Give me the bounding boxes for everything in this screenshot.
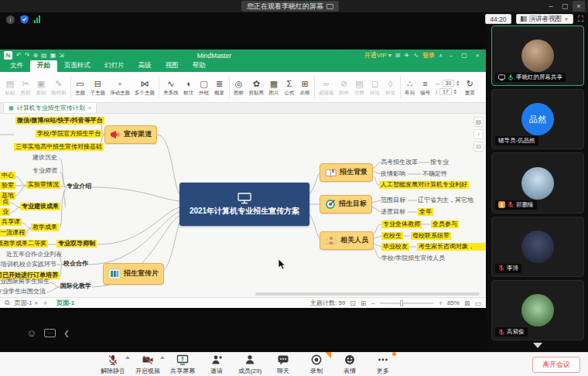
mindmap-node[interactable]: 母校联系纽带 bbox=[411, 232, 451, 240]
emoji-reaction-icon[interactable]: ☺ bbox=[26, 328, 36, 338]
app-minimize-button[interactable]: – bbox=[446, 52, 456, 59]
new-icon[interactable]: ⊕ bbox=[32, 52, 38, 59]
info-icon[interactable]: i bbox=[6, 15, 15, 24]
participant-tile[interactable]: 李晓红的屏幕共享 bbox=[491, 26, 584, 86]
ribbon-button-subtopic[interactable]: ⊟子主题 bbox=[88, 78, 108, 97]
mindmap-node-international[interactable]: 国际化教学 bbox=[60, 282, 91, 290]
mindmap-node[interactable]: 辽宁省为主，其它地 bbox=[418, 197, 486, 204]
leave-meeting-button[interactable]: 离开会议 bbox=[532, 357, 580, 373]
zoom-slider[interactable] bbox=[380, 303, 434, 304]
mindmap-node[interactable]: 高考招生改革 bbox=[381, 159, 418, 166]
ribbon-button-table[interactable]: ⊞表格 bbox=[297, 78, 313, 97]
mindmap-node[interactable]: 按专业 bbox=[430, 159, 449, 166]
collapse-left-icon[interactable]: ❮ bbox=[63, 330, 70, 337]
full-page-icon[interactable]: ▭ bbox=[474, 299, 481, 307]
mindmap-node[interactable]: 建设历史 bbox=[32, 154, 57, 162]
ribbon-button-reset[interactable]: ↻重置 bbox=[462, 78, 477, 97]
ribbon-button-floating-topic[interactable]: ▫浮动主题 bbox=[108, 78, 132, 97]
ribbon-button-note[interactable]: ▤注释 bbox=[352, 78, 368, 97]
members-button[interactable]: 成员(29) bbox=[238, 354, 262, 375]
minimize-button[interactable]: – bbox=[545, 1, 557, 12]
ribbon-button-layout[interactable]: ∴布局 bbox=[402, 78, 418, 97]
v-spacing-stepper[interactable]: ↕17▲▼ bbox=[436, 88, 460, 95]
mindmap-node[interactable]: 学校/学院招生宣传人员 bbox=[381, 255, 445, 262]
mindmap-central-topic[interactable]: 2021年计算机专业招生宣传方案 bbox=[179, 183, 309, 226]
fit-screen-icon[interactable]: ⊠ bbox=[464, 299, 470, 307]
maximize-button[interactable]: ▢ bbox=[559, 1, 571, 12]
menu-tab[interactable]: 页面样式 bbox=[57, 60, 97, 72]
mindmap-branch-background[interactable]: 招生背景 bbox=[320, 163, 373, 182]
collapse-ribbon-icon[interactable]: ∧ bbox=[439, 53, 443, 59]
mindmap-node[interactable]: 微信/微博/B站/快手/抖音等平台 bbox=[15, 117, 104, 125]
cloud-icon[interactable]: ⊞ bbox=[395, 52, 401, 59]
mindmap-node-cooperation[interactable]: 校企合作 bbox=[63, 260, 88, 268]
mindmap-node[interactable]: 与培训机校企实践环节 bbox=[0, 261, 56, 268]
chevron-up-icon[interactable] bbox=[160, 356, 165, 359]
mindmap-node[interactable]: 专业全体教师 bbox=[381, 220, 422, 228]
open-icon[interactable]: ▤ bbox=[41, 52, 47, 59]
fullscreen-icon[interactable]: ⛶ bbox=[578, 15, 583, 24]
mindmap-node[interactable]: 专业国际留学生招生 bbox=[0, 278, 50, 285]
mindmap-node[interactable]: 三年实地高中招生宣传对接基础 bbox=[14, 143, 104, 151]
mindmap-node[interactable]: 疫情影响 bbox=[381, 170, 405, 178]
mindmap-node[interactable]: 人工智能发展对计算机专业利好 bbox=[379, 181, 469, 189]
ribbon-button-tag[interactable]: ◊标签 bbox=[383, 78, 398, 97]
ribbon-button-multi-topic[interactable]: ⋈多个主题 bbox=[132, 78, 157, 97]
participant-tile[interactable]: 高紫俊 bbox=[491, 280, 584, 340]
mindmap-node[interactable]: 验室 bbox=[0, 182, 15, 190]
mindmap-node[interactable]: 专业建设成果 bbox=[20, 203, 60, 210]
mindmap-node[interactable]: 近五年合作企业列表 bbox=[6, 251, 62, 258]
scroll-down-icon[interactable] bbox=[533, 343, 542, 348]
ribbon-button-copy[interactable]: ▣复制 bbox=[33, 78, 49, 97]
mindmap-branch-channels[interactable]: 宣传渠道 bbox=[104, 125, 157, 144]
export-icon[interactable]: ⇲ bbox=[59, 52, 64, 59]
page-selector[interactable]: 页面-1 ▼ bbox=[14, 299, 38, 307]
login-button[interactable]: 登录 bbox=[422, 51, 435, 60]
mindmap-node[interactable]: 全员参与 bbox=[431, 220, 459, 228]
menu-tab[interactable]: 开始 bbox=[30, 60, 57, 72]
mindmap-node[interactable]: 进度目标 bbox=[381, 208, 405, 216]
fit-icon[interactable]: ⊡ bbox=[473, 142, 484, 152]
ribbon-button-comment[interactable]: ◻评论 bbox=[368, 78, 383, 97]
save-icon[interactable]: ▣ bbox=[50, 52, 56, 59]
mindmap-node[interactable]: 教学成果 bbox=[31, 224, 59, 231]
ribbon-button-hyperlink[interactable]: ∞超链接 bbox=[316, 78, 337, 97]
mindmap-branch-target[interactable]: 招生目标 bbox=[320, 195, 372, 214]
emoji-button[interactable]: 表情 bbox=[338, 354, 361, 375]
stepper-arrows-icon[interactable]: ▲▼ bbox=[456, 80, 460, 86]
send-icon[interactable]: ✈ bbox=[404, 52, 409, 59]
menu-tab[interactable]: 幻灯片 bbox=[97, 60, 132, 72]
ribbon-button-callout[interactable]: ◖标注 bbox=[181, 78, 197, 97]
ribbon-button-summary[interactable]: ≣概要 bbox=[212, 78, 227, 97]
menu-tab[interactable]: 文件 bbox=[3, 60, 30, 72]
record-button[interactable]: 录制 bbox=[305, 354, 328, 375]
chat-button[interactable]: 聊天 bbox=[272, 354, 295, 375]
share-screen-button[interactable]: 共享屏幕 bbox=[170, 354, 195, 375]
pages-icon[interactable]: ⧉ bbox=[5, 299, 9, 307]
mindmap-node[interactable]: 考生家长咨询对象， bbox=[417, 243, 486, 251]
ribbon-button-formula[interactable]: Σ公式 bbox=[282, 78, 297, 97]
mindmap-node[interactable]: 共享课 bbox=[0, 218, 22, 226]
mindmap-node-intro[interactable]: 专业介绍 bbox=[67, 183, 91, 190]
map-view-icon[interactable]: ⊞ bbox=[361, 299, 367, 307]
mindmap-node[interactable]: 级教学成果二等奖 bbox=[0, 240, 48, 248]
close-tab-icon[interactable]: × bbox=[88, 104, 92, 111]
mindmap-branch-video[interactable]: 招生宣传片 bbox=[103, 263, 164, 285]
mindmap-branch-people[interactable]: 相关人员 bbox=[320, 231, 374, 250]
share-icon[interactable]: ∿ bbox=[413, 52, 419, 59]
next-icon[interactable]: › bbox=[473, 129, 484, 139]
app-restore-button[interactable]: ▢ bbox=[460, 52, 469, 59]
participant-tile[interactable]: 李博 bbox=[491, 217, 584, 277]
mindmaster-titlebar[interactable]: N ↶ ↷ ⊕ ▤ ▣ ⇲ MindMaster 开通VIP ▾ ⊞ ✈ ∿ 登… bbox=[0, 50, 486, 61]
view-mode-button[interactable]: 演讲者视图 ▼ bbox=[516, 14, 573, 24]
ribbon-button-relationship[interactable]: ∿关系线 bbox=[161, 78, 181, 97]
mindmap-canvas[interactable]: 2021年计算机专业招生宣传方案 宣传渠道 微信/微博/B站/快手/抖音等平台 … bbox=[0, 114, 486, 297]
mindmap-node[interactable]: 点 bbox=[0, 198, 10, 206]
zoom-out-icon[interactable]: − bbox=[371, 299, 374, 307]
participant-tile[interactable]: 郭鹏臻 bbox=[491, 152, 584, 213]
mindmap-node[interactable]: 范围目标 bbox=[381, 197, 405, 204]
page-tab[interactable]: 页面-1 bbox=[52, 299, 79, 307]
panel-icon[interactable]: ▤ bbox=[473, 117, 484, 127]
ribbon-button-attachment[interactable]: ⊘附件 bbox=[337, 78, 352, 97]
mindmap-node-dual-tutor[interactable]: 专业双导师制 bbox=[56, 240, 97, 248]
